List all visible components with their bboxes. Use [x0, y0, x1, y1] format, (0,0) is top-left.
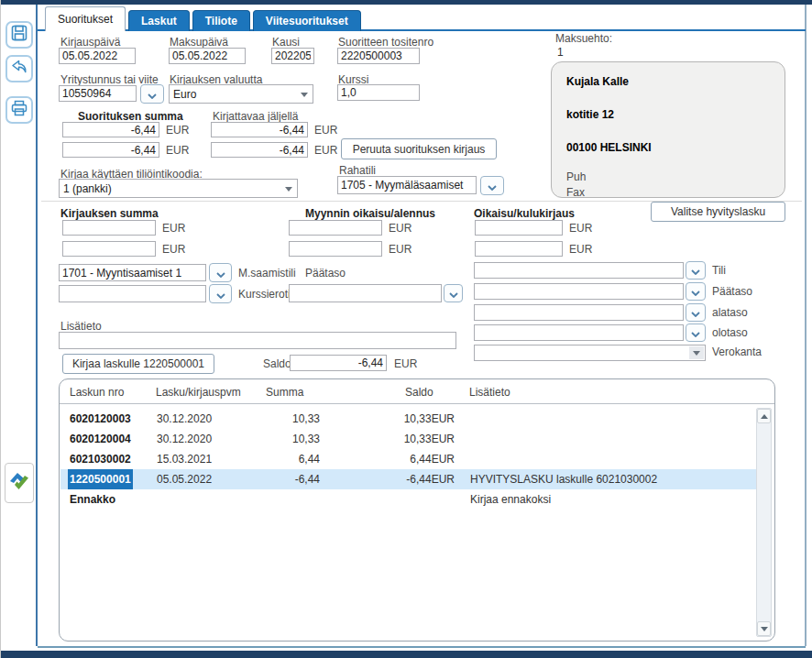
olotaso-input[interactable]: [474, 324, 684, 341]
table-row-selected[interactable]: 1220500001 05.05.2022 -6,44 -6,44EUR HYV…: [60, 469, 757, 489]
kurssierotili-input[interactable]: [59, 285, 206, 302]
window-bottom-bar: [1, 651, 812, 658]
alataso-dropdown-button[interactable]: [686, 303, 706, 322]
maksupaiva-input[interactable]: [169, 48, 246, 64]
kirjauksen-summa-input-1[interactable]: [62, 220, 156, 236]
dropdown-arrow-icon: [693, 351, 700, 356]
kurssi-input[interactable]: [337, 84, 420, 101]
undo-arrow-icon: [10, 58, 28, 80]
tab-tiliote[interactable]: Tiliote: [192, 10, 250, 31]
msaamistili-dropdown-button[interactable]: [209, 263, 232, 282]
chevron-down-icon: [691, 324, 700, 341]
kirjattavaa-input-2[interactable]: [211, 142, 308, 158]
currency-label: EUR: [314, 124, 337, 137]
window-bottom-line: [38, 646, 806, 648]
kurssierotili-dropdown-button[interactable]: [209, 284, 232, 303]
maksuehto-value: 1: [557, 46, 564, 59]
table-scrollbar[interactable]: [756, 408, 772, 637]
table-row[interactable]: 6021030002 15.03.2021 6,44 6,44EUR: [60, 449, 757, 469]
app-logo-icon: [6, 468, 32, 498]
chevron-down-icon: [691, 304, 700, 321]
valuutta-select[interactable]: Euro: [169, 84, 313, 104]
tiliointikoodi-select[interactable]: 1 (pankki): [59, 179, 298, 198]
undo-button[interactable]: [5, 55, 33, 82]
msaamistili-input[interactable]: [59, 264, 206, 281]
myynnin-oikaisu-input-1[interactable]: [289, 220, 382, 236]
alataso-input[interactable]: [474, 304, 684, 321]
cell-info: Kirjaa ennakoksi: [470, 489, 551, 510]
col-header-lisatieto[interactable]: Lisätieto: [469, 386, 510, 399]
oikaisu-input-2[interactable]: [475, 241, 563, 257]
kirjattavaa-input-1[interactable]: [211, 122, 308, 137]
tab-laskut[interactable]: Laskut: [128, 10, 190, 31]
save-button[interactable]: [5, 21, 33, 49]
scroll-down-button[interactable]: [757, 621, 771, 636]
paataso-mid-input[interactable]: [289, 284, 442, 302]
tositenro-label: Suoritteen tositenro: [338, 36, 433, 49]
dropdown-arrow-icon: [285, 187, 292, 192]
tili-input[interactable]: [474, 262, 684, 279]
cell-date: 30.12.2020: [157, 409, 212, 429]
app-logo-button[interactable]: [5, 463, 34, 503]
col-header-summa[interactable]: Summa: [266, 386, 303, 399]
lisatieto-input[interactable]: [59, 332, 456, 349]
customer-name: Kujala Kalle: [566, 75, 770, 88]
cell-invoice-number: 1220500001: [68, 469, 133, 489]
chevron-down-icon: [148, 86, 157, 103]
suorituksen-summa-label: Suorituksen summa: [78, 110, 183, 123]
suorituksen-summa-input-1[interactable]: [62, 122, 159, 137]
col-header-pvm[interactable]: Lasku/kirjauspvm: [156, 386, 241, 399]
paataso-right-dropdown-button[interactable]: [686, 282, 706, 301]
kirjauspaiva-input[interactable]: [59, 48, 136, 64]
table-row[interactable]: 6020120003 30.12.2020 10,33 10,33EUR: [60, 409, 757, 429]
verokanta-select[interactable]: [474, 345, 706, 361]
chevron-down-icon: [216, 286, 225, 302]
yritystunnus-dropdown-button[interactable]: [140, 84, 164, 104]
customer-city: 00100 HELSINKI: [566, 141, 770, 154]
rahatili-input[interactable]: [337, 176, 477, 194]
valitse-hyvityslasku-button[interactable]: Valitse hyvityslasku: [651, 202, 785, 222]
scroll-up-button[interactable]: [757, 409, 771, 423]
col-header-saldo[interactable]: Saldo: [405, 386, 433, 399]
rahatili-label: Rahatili: [339, 164, 376, 177]
maksupaiva-label: Maksupäivä: [170, 36, 228, 49]
table-row-ennakko[interactable]: Ennakko Kirjaa ennakoksi: [60, 489, 757, 510]
fax-label: Fax: [566, 186, 770, 199]
paataso-mid-dropdown-button[interactable]: [444, 284, 463, 302]
myynnin-oikaisu-input-2[interactable]: [289, 241, 382, 257]
cell-sum: 10,33: [258, 409, 320, 429]
cell-invoice-number: Ennakko: [70, 489, 154, 510]
printer-icon: [10, 99, 28, 121]
kirjauksen-summa-input-2[interactable]: [62, 241, 156, 257]
valuutta-value: Euro: [173, 88, 196, 101]
tositenro-input[interactable]: [337, 48, 420, 64]
kirjauspaiva-label: Kirjauspäivä: [60, 36, 120, 49]
customer-address-card: Kujala Kalle kotitie 12 00100 HELSINKI P…: [551, 61, 785, 198]
rahatili-dropdown-button[interactable]: [480, 176, 504, 195]
tili-dropdown-button[interactable]: [686, 261, 706, 280]
kausi-input[interactable]: [271, 48, 314, 64]
invoice-table: Laskun nro Lasku/kirjauspvm Summa Saldo …: [59, 378, 775, 642]
tab-viitesuoritukset[interactable]: Viitesuoritukset: [253, 10, 361, 31]
col-header-laskun-nro[interactable]: Laskun nro: [70, 386, 124, 399]
print-button[interactable]: [5, 96, 33, 124]
yritystunnus-input[interactable]: [59, 85, 137, 102]
saldo-input[interactable]: [290, 355, 387, 371]
suorituksen-summa-input-2[interactable]: [62, 142, 159, 158]
cell-date: 30.12.2020: [157, 429, 212, 449]
currency-label: EUR: [166, 124, 189, 137]
kirjauksen-summa-label: Kirjauksen summa: [60, 207, 159, 220]
cell-info: HYVITYSLASKU laskulle 6021030002: [470, 469, 657, 489]
table-row[interactable]: 6020120004 30.12.2020 10,33 10,33EUR: [60, 429, 757, 449]
paataso-right-input[interactable]: [474, 283, 684, 300]
cell-invoice-number: 6021030002: [70, 449, 154, 469]
peruuta-suorituksen-kirjaus-button[interactable]: Peruuta suorituksen kirjaus: [341, 138, 497, 159]
kirjaa-laskulle-button[interactable]: Kirjaa laskulle 1220500001: [62, 354, 214, 374]
oikaisu-kulukirjaus-label: Oikaisu/kulukirjaus: [474, 207, 575, 220]
cell-balance: 10,33EUR: [381, 409, 455, 429]
tab-suoritukset[interactable]: Suoritukset: [45, 6, 126, 31]
olotaso-dropdown-button[interactable]: [686, 324, 706, 342]
currency-label: EUR: [314, 144, 337, 157]
chevron-down-icon: [216, 265, 225, 281]
oikaisu-input-1[interactable]: [475, 220, 563, 236]
